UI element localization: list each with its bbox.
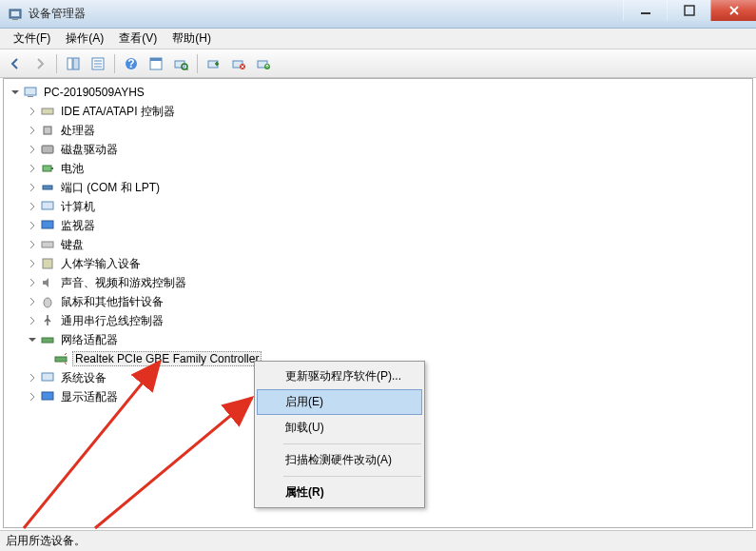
tree-node[interactable]: 通用串行总线控制器 <box>4 311 752 330</box>
expand-icon[interactable] <box>27 125 38 136</box>
network-adapter-icon <box>40 332 55 347</box>
system-device-icon <box>40 370 55 385</box>
expand-icon[interactable] <box>27 220 38 231</box>
menu-view[interactable]: 查看(V) <box>111 28 165 49</box>
menu-help[interactable]: 帮助(H) <box>165 28 219 49</box>
svg-rect-27 <box>42 108 53 114</box>
show-hide-tree-button[interactable] <box>62 52 85 75</box>
context-menu: 更新驱动程序软件(P)... 启用(E) 卸载(U) 扫描检测硬件改动(A) 属… <box>254 361 425 508</box>
collapse-icon[interactable] <box>10 87 21 98</box>
expand-icon[interactable] <box>27 296 38 307</box>
close-button[interactable] <box>710 0 756 21</box>
tree-node[interactable]: 鼠标和其他指针设备 <box>4 292 752 311</box>
processor-icon <box>40 123 55 138</box>
toolbar-separator <box>114 54 115 73</box>
maximize-button[interactable] <box>667 0 710 21</box>
tree-root[interactable]: PC-20190509AYHS <box>4 83 752 102</box>
expand-icon[interactable] <box>27 258 38 269</box>
menu-action[interactable]: 操作(A) <box>58 28 111 49</box>
svg-rect-28 <box>44 127 51 134</box>
expand-icon[interactable] <box>27 315 38 326</box>
svg-rect-6 <box>73 58 79 69</box>
tree-node[interactable]: 处理器 <box>4 121 752 140</box>
ctx-update-driver[interactable]: 更新驱动程序软件(P)... <box>257 364 422 389</box>
battery-icon <box>40 161 55 176</box>
uninstall-button[interactable] <box>227 52 250 75</box>
mouse-icon <box>40 294 55 309</box>
forward-button[interactable] <box>29 52 51 75</box>
tree-node[interactable]: 计算机 <box>4 197 752 216</box>
svg-rect-31 <box>51 167 53 169</box>
expand-icon[interactable] <box>27 239 38 250</box>
tree-node[interactable]: 磁盘驱动器 <box>4 140 752 159</box>
expand-icon[interactable] <box>27 372 38 384</box>
ctx-properties[interactable]: 属性(R) <box>257 480 422 505</box>
svg-rect-14 <box>150 58 162 61</box>
display-adapter-icon <box>40 389 55 404</box>
ide-controller-icon <box>40 104 55 119</box>
svg-rect-39 <box>55 357 67 362</box>
expand-icon[interactable] <box>27 391 38 403</box>
ctx-separator <box>283 476 421 477</box>
ctx-uninstall[interactable]: 卸载(U) <box>257 415 422 441</box>
svg-rect-1 <box>11 11 19 16</box>
expand-icon[interactable] <box>27 182 38 193</box>
collapse-icon[interactable] <box>27 334 38 345</box>
help-button[interactable]: ? <box>120 52 143 75</box>
titlebar: 设备管理器 <box>0 0 756 29</box>
svg-rect-26 <box>28 96 33 97</box>
statusbar: 启用所选设备。 <box>0 530 756 551</box>
usb-icon <box>40 313 55 328</box>
expand-icon[interactable] <box>27 144 38 155</box>
svg-rect-30 <box>43 166 51 171</box>
sound-icon <box>40 275 55 290</box>
svg-rect-40 <box>42 373 53 381</box>
scan-button[interactable] <box>169 52 192 75</box>
svg-rect-35 <box>42 242 53 247</box>
ctx-separator <box>283 443 421 444</box>
tree-node[interactable]: 监视器 <box>4 216 752 235</box>
menu-file[interactable]: 文件(F) <box>6 28 58 49</box>
computer-category-icon <box>40 199 55 214</box>
tree-node[interactable]: 键盘 <box>4 235 752 254</box>
back-button[interactable] <box>4 52 27 75</box>
expand-icon[interactable] <box>27 277 38 288</box>
expand-icon[interactable] <box>27 201 38 212</box>
window-controls <box>623 0 756 28</box>
toolbar: ? <box>0 49 756 78</box>
update-driver-button[interactable] <box>252 52 275 75</box>
port-icon <box>40 180 55 195</box>
svg-text:?: ? <box>127 57 134 70</box>
expand-icon[interactable] <box>27 163 38 174</box>
svg-rect-2 <box>12 19 18 20</box>
tree-node[interactable]: 人体学输入设备 <box>4 254 752 273</box>
expand-icon[interactable] <box>27 106 38 117</box>
enable-button[interactable] <box>203 52 225 75</box>
ctx-enable[interactable]: 启用(E) <box>257 389 422 415</box>
ctx-scan[interactable]: 扫描检测硬件改动(A) <box>257 447 422 473</box>
app-icon <box>8 7 23 22</box>
window-title: 设备管理器 <box>29 6 623 22</box>
tree-node[interactable]: IDE ATA/ATAPI 控制器 <box>4 102 752 121</box>
svg-rect-38 <box>42 338 53 343</box>
tree-node[interactable]: 电池 <box>4 159 752 178</box>
tree-node[interactable]: 端口 (COM 和 LPT) <box>4 178 752 197</box>
svg-point-37 <box>44 298 51 307</box>
network-device-icon <box>53 351 68 366</box>
toolbar-separator <box>56 54 57 73</box>
svg-rect-3 <box>641 12 650 14</box>
menubar: 文件(F) 操作(A) 查看(V) 帮助(H) <box>0 29 756 49</box>
tree-node-network[interactable]: 网络适配器 <box>4 330 752 349</box>
svg-rect-32 <box>43 186 52 189</box>
details-button[interactable] <box>87 52 109 75</box>
monitor-icon <box>40 218 55 233</box>
tree-node[interactable]: 声音、视频和游戏控制器 <box>4 273 752 292</box>
minimize-button[interactable] <box>623 0 667 21</box>
toolbar-separator <box>197 54 198 73</box>
svg-rect-29 <box>42 146 53 153</box>
properties-button[interactable] <box>145 52 167 75</box>
svg-rect-5 <box>68 58 72 69</box>
disk-icon <box>40 142 55 157</box>
svg-rect-25 <box>25 88 36 95</box>
computer-icon <box>23 85 38 100</box>
